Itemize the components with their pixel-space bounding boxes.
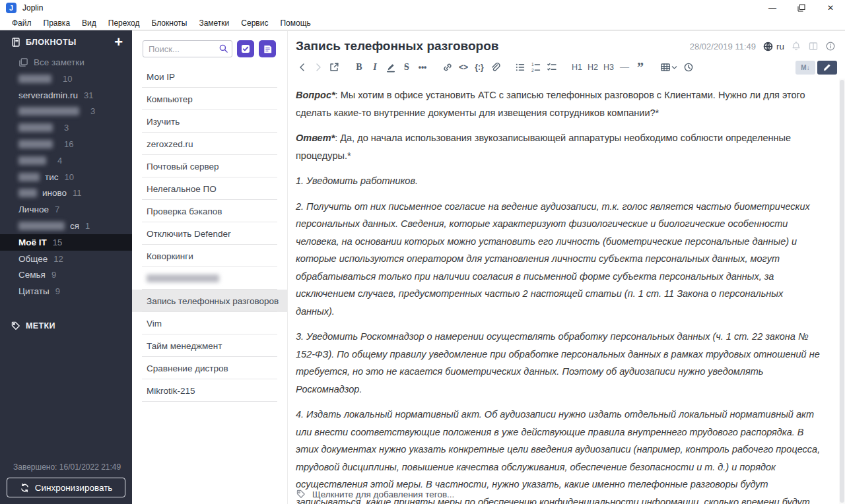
inline-code-button[interactable]: <> (456, 59, 471, 76)
note-list-item-label: Mikrotik-215 (147, 386, 195, 396)
hyperlink-button[interactable] (440, 59, 456, 76)
note-properties-info-icon[interactable] (825, 41, 836, 51)
menu-item[interactable]: Блокноты (145, 16, 193, 30)
notebook-item[interactable]: Моё IT15 (0, 234, 132, 251)
joplin-logo-icon: J (6, 3, 17, 13)
notebook-item[interactable]: тис10 (0, 169, 132, 185)
more-options-button[interactable]: ••• (415, 59, 430, 76)
heading-1-button[interactable]: H1 (569, 59, 585, 76)
bulleted-list-button[interactable] (512, 59, 528, 76)
numbered-list-button[interactable]: 12 (528, 59, 544, 76)
window-title: Joplin (22, 3, 43, 13)
heading-2-button[interactable]: H2 (585, 59, 601, 76)
table-button[interactable] (658, 59, 681, 76)
note-list-item[interactable]: Сравнение дистров (132, 357, 287, 379)
new-note-button[interactable] (259, 40, 276, 57)
heading-3-button[interactable]: H3 (601, 59, 617, 76)
menu-item[interactable]: Помощь (274, 16, 316, 30)
attach-file-icon (490, 62, 500, 73)
notebook-item[interactable]: Семья9 (0, 267, 132, 284)
editor-scrollbar[interactable] (839, 79, 845, 504)
notebook-item[interactable]: 3 (0, 119, 132, 136)
note-list-item[interactable]: Изучить (132, 110, 287, 133)
menu-item[interactable]: Файл (6, 16, 38, 30)
notebook-item[interactable]: Цитаты9 (0, 283, 132, 299)
attach-file-button[interactable] (487, 59, 503, 76)
tag-bar[interactable]: Щелкните для добавления тегов... (296, 489, 454, 499)
redacted-label (18, 189, 37, 197)
open-external-button[interactable] (326, 59, 342, 76)
note-count: 3 (64, 123, 69, 133)
notebook-item[interactable]: serveradmin.ru31 (0, 87, 132, 104)
menu-item[interactable]: Вид (76, 16, 102, 30)
note-title[interactable]: Запись телефонных разговоров (296, 39, 498, 53)
note-list-item[interactable]: Vim (132, 312, 287, 334)
sync-icon (20, 483, 30, 493)
notebook-item[interactable]: Общее12 (0, 251, 132, 267)
menu-item[interactable]: Сервис (235, 16, 274, 30)
notebook-item[interactable]: иново11 (0, 185, 132, 202)
note-count: 15 (53, 237, 62, 247)
alarm-bell-icon[interactable] (791, 41, 801, 51)
all-notes-icon (18, 57, 28, 67)
highlight-pen-button[interactable] (383, 59, 399, 76)
new-todo-button[interactable] (237, 40, 254, 57)
redacted-label (18, 156, 46, 165)
note-list-item[interactable]: Проверка бэкапов (132, 200, 287, 222)
table-icon (660, 62, 671, 73)
bold-button[interactable]: B (351, 59, 367, 76)
note-list-item[interactable]: Мои IP (132, 65, 287, 88)
restore-button[interactable] (787, 0, 816, 16)
rich-text-toggle-button[interactable] (817, 61, 837, 75)
markdown-toggle-button[interactable]: M↓ (795, 61, 815, 75)
editor-panel: Запись телефонных разговоров 28/02/2019 … (287, 30, 845, 504)
note-list-item[interactable]: Коворкинги (132, 245, 287, 267)
notebook-item[interactable]: 16 (0, 136, 132, 152)
scrollbar-thumb[interactable] (840, 80, 844, 503)
note-list-item[interactable]: Почтовый сервер (132, 155, 287, 177)
horizontal-rule-button[interactable]: — (617, 59, 632, 76)
sidebar-item-all-notes[interactable]: Все заметки (0, 54, 132, 71)
tags-header-label: МЕТКИ (26, 321, 55, 331)
notebook-label: тис (45, 172, 58, 182)
restore-icon (797, 4, 805, 12)
note-list-item[interactable]: Отключить Defender (132, 222, 287, 245)
code-block-button[interactable]: {:} (471, 59, 487, 76)
note-list-item[interactable]: Тайм менеджмент (132, 334, 287, 357)
new-notebook-button[interactable]: + (114, 36, 123, 49)
redacted-label (18, 75, 51, 83)
menu-item[interactable]: Правка (38, 16, 77, 30)
note-list-item[interactable]: Компьютер (132, 88, 287, 110)
forward-button[interactable] (310, 59, 326, 76)
note-list-item[interactable] (132, 267, 287, 290)
note-count: 10 (63, 74, 72, 84)
note-list-item[interactable]: Mikrotik-215 (132, 379, 287, 402)
menu-item[interactable]: Заметки (193, 16, 235, 30)
note-list-item[interactable]: Запись телефонных разговоров (132, 290, 287, 312)
notebook-item[interactable]: 3 (0, 104, 132, 120)
close-button[interactable]: ✕ (816, 0, 845, 16)
minimize-button[interactable]: — (758, 0, 787, 16)
back-button[interactable] (294, 59, 310, 76)
menu-item[interactable]: Переход (102, 16, 146, 30)
italic-button[interactable]: I (367, 59, 383, 76)
note-count: 12 (53, 254, 63, 264)
notebook-item[interactable]: 10 (0, 71, 132, 87)
note-list-item-label: Нелегальное ПО (147, 184, 217, 194)
strikethrough-button[interactable]: S (399, 59, 415, 76)
notebook-item[interactable]: Личное7 (0, 201, 132, 218)
globe-icon[interactable] (762, 41, 774, 52)
synchronise-button[interactable]: Синхронизировать (7, 478, 125, 497)
note-count: 9 (51, 270, 56, 280)
checkbox-list-button[interactable] (544, 59, 560, 76)
spellcheck-locale[interactable]: ru (776, 42, 784, 51)
bulleted-list-icon (515, 62, 525, 73)
notebook-item[interactable]: ся1 (0, 218, 132, 234)
insert-time-button[interactable] (681, 59, 696, 76)
italic-glyph: I (373, 62, 376, 73)
note-list-item[interactable]: zeroxzed.ru (132, 133, 287, 155)
layout-columns-icon[interactable] (808, 41, 819, 51)
note-list-item[interactable]: Нелегальное ПО (132, 177, 287, 200)
quote-button[interactable]: ” (632, 59, 648, 76)
notebook-item[interactable]: 4 (0, 152, 132, 169)
